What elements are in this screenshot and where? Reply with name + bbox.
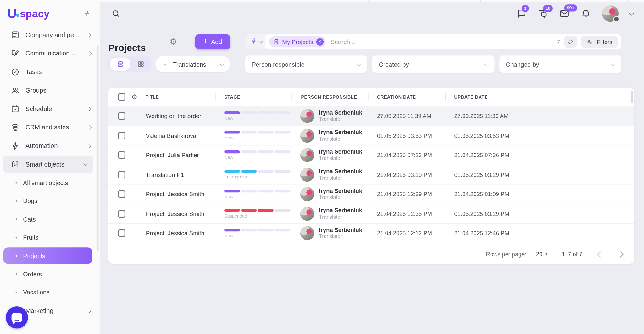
search-icon[interactable]: [111, 9, 120, 18]
person-name[interactable]: Iryna Serbeniuk: [319, 148, 362, 156]
person-avatar[interactable]: [300, 148, 314, 162]
table-scrollbar[interactable]: [631, 91, 633, 103]
column-title: TITLE: [146, 94, 159, 99]
sidebar-item-company[interactable]: Company and pe...: [0, 25, 100, 44]
select-all-checkbox[interactable]: [118, 93, 125, 101]
stage-progress-bar: [224, 229, 291, 231]
table-row[interactable]: Project. Julia Parker New Iryna Serbeniu…: [108, 145, 634, 165]
row-checkbox[interactable]: [118, 210, 125, 218]
chevron-down-icon: [484, 62, 489, 66]
sidebar-subitem[interactable]: All smart objects: [0, 173, 100, 192]
filters-button[interactable]: Filters: [581, 36, 618, 48]
project-title[interactable]: Project. Julia Parker: [146, 152, 199, 158]
sidebar-subitem[interactable]: Fruits: [0, 229, 100, 247]
previous-page-button[interactable]: [597, 251, 603, 257]
bullet-icon: [16, 218, 17, 220]
pin-sidebar-icon[interactable]: [83, 10, 91, 18]
sidebar-subitem[interactable]: Projects: [3, 247, 92, 264]
user-avatar[interactable]: [602, 5, 619, 22]
sidebar-item-groups[interactable]: Groups: [0, 81, 100, 99]
profile-chevron-down-icon[interactable]: [629, 10, 634, 15]
table-row[interactable]: Project. Jessica Smith New Iryna Serbeni…: [108, 223, 634, 243]
table-row[interactable]: Project. Jessica Smith New Iryna Serbeni…: [108, 184, 634, 204]
person-name[interactable]: Iryna Serbeniuk: [319, 226, 362, 234]
person-avatar[interactable]: [300, 207, 314, 221]
project-title[interactable]: Translation P1: [146, 171, 184, 178]
notifications-button[interactable]: [581, 8, 591, 19]
sidebar-item-tasks[interactable]: Tasks: [0, 63, 100, 81]
project-title[interactable]: Project. Jessica Smith: [146, 210, 204, 217]
row-checkbox[interactable]: [118, 190, 125, 198]
person-name[interactable]: Iryna Serbeniuk: [319, 168, 362, 175]
uspacy-logo[interactable]: U spacy: [8, 7, 50, 20]
next-page-button[interactable]: [617, 251, 624, 257]
person-avatar[interactable]: [300, 109, 314, 123]
person-name[interactable]: Iryna Serbeniuk: [319, 109, 362, 116]
rows-per-page-select[interactable]: 20: [536, 251, 548, 258]
search-field[interactable]: My Projects ✕ 7 Filters: [265, 34, 621, 49]
topbar: 1 10 99+: [100, 2, 644, 25]
sidebar-subitem[interactable]: Orders: [0, 265, 100, 283]
person-avatar[interactable]: [300, 128, 314, 142]
row-checkbox[interactable]: [118, 112, 125, 120]
person-name[interactable]: Iryna Serbeniuk: [319, 129, 362, 136]
filter-select[interactable]: Created by: [372, 55, 494, 73]
saved-filter-dropdown[interactable]: Translations: [155, 56, 230, 72]
column-divider: [368, 93, 369, 101]
sidebar-item-crm[interactable]: CRM and sales: [0, 118, 100, 137]
logo-text: spacy: [20, 8, 50, 20]
view-toggle: [108, 56, 151, 72]
table-row[interactable]: Project. Jessica Smith Suspended Iryna S…: [108, 204, 634, 223]
clear-filters-button[interactable]: [564, 36, 577, 48]
chevron-right-icon: [87, 125, 92, 130]
stage-label: Suspended: [224, 213, 291, 218]
chat-notifications-button[interactable]: 1: [516, 8, 527, 19]
sidebar-item-smart-objects[interactable]: Smart objects: [3, 156, 93, 173]
sidebar-item-automation[interactable]: Automation: [0, 137, 100, 155]
person-avatar[interactable]: [300, 187, 314, 201]
saved-filter-label: Translations: [173, 61, 216, 68]
row-checkbox[interactable]: [118, 132, 125, 139]
filter-select[interactable]: Changed by: [499, 55, 621, 73]
row-checkbox[interactable]: [118, 229, 125, 237]
smart-objects-sublist: All smart objects Dogs Cats Fruits: [0, 173, 100, 301]
table-row[interactable]: Valeriia Bashkirova New Iryna Serbeniuk …: [108, 126, 634, 145]
search-input[interactable]: [330, 38, 553, 46]
table-settings-gear-icon[interactable]: ⚙: [131, 93, 137, 101]
add-button[interactable]: Add: [195, 34, 230, 49]
sidebar-scrollbar[interactable]: [97, 46, 99, 251]
project-title[interactable]: Project. Jessica Smith: [146, 191, 204, 197]
bookmark-icon: [273, 39, 280, 45]
row-checkbox[interactable]: [118, 151, 125, 159]
project-title[interactable]: Valeriia Bashkirova: [146, 132, 197, 139]
column-divider: [291, 93, 292, 101]
person-avatar[interactable]: [300, 168, 314, 182]
my-projects-chip[interactable]: My Projects ✕: [269, 36, 326, 47]
sidebar-item-schedule[interactable]: Schedule: [0, 99, 100, 118]
tasks-icon: [11, 67, 20, 76]
person-name[interactable]: Iryna Serbeniuk: [319, 207, 362, 214]
row-checkbox[interactable]: [118, 171, 125, 178]
grid-view-button[interactable]: [130, 60, 151, 68]
project-title[interactable]: Working on the order: [146, 113, 202, 119]
comments-button[interactable]: 10: [538, 8, 548, 19]
crm-icon: [11, 123, 20, 132]
filter-select[interactable]: Person responsible: [245, 55, 367, 73]
list-view-button[interactable]: [110, 58, 131, 71]
sidebar-item-label: Schedule: [25, 105, 52, 113]
sidebar-subitem[interactable]: Vacations: [0, 283, 100, 301]
table-row[interactable]: Working on the order New Iryna Serbeniuk…: [108, 106, 634, 126]
table-row[interactable]: Translation P1 In progress Iryna Serbeni…: [108, 165, 634, 184]
mail-button[interactable]: 99+: [559, 8, 570, 19]
pin-filter-dropdown[interactable]: [250, 38, 262, 45]
page-settings-gear-icon[interactable]: ⚙: [169, 37, 177, 47]
support-chat-launcher[interactable]: [6, 306, 28, 329]
filter-select-label: Changed by: [506, 61, 539, 68]
project-title[interactable]: Project. Jessica Smith: [146, 230, 204, 236]
person-name[interactable]: Iryna Serbeniuk: [319, 187, 362, 195]
sidebar-subitem[interactable]: Cats: [0, 210, 100, 228]
person-avatar[interactable]: [300, 226, 314, 240]
sidebar-subitem[interactable]: Dogs: [0, 192, 100, 210]
chip-remove-icon[interactable]: ✕: [316, 38, 324, 46]
sidebar-item-communication[interactable]: Communication ...: [0, 44, 100, 63]
